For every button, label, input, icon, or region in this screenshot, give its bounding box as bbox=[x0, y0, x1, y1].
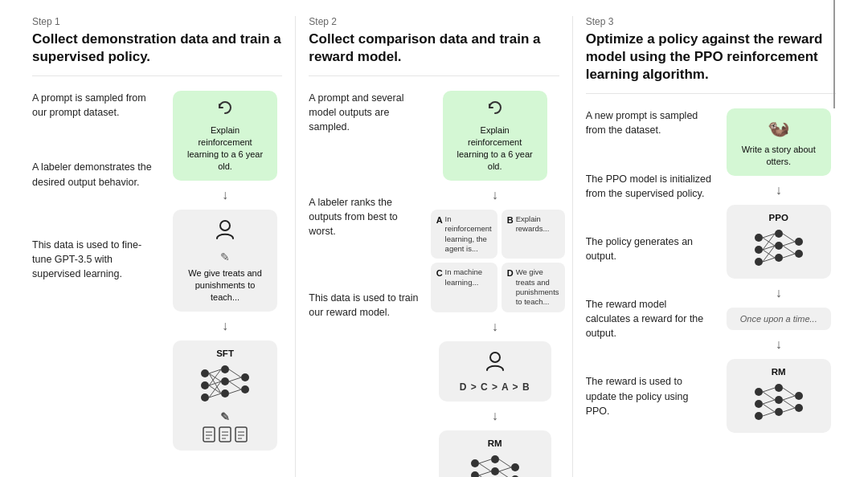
svg-line-68 bbox=[783, 246, 795, 254]
step-2-text-3: This data is used to train our reward mo… bbox=[309, 291, 420, 320]
step-3-prompt-box: 🦦 Write a story about otters. bbox=[727, 108, 831, 175]
step-3-text-4: The reward model calculates a reward for… bbox=[586, 297, 712, 340]
svg-point-4 bbox=[221, 365, 229, 373]
svg-point-34 bbox=[471, 459, 479, 467]
svg-point-33 bbox=[490, 353, 500, 362]
svg-line-85 bbox=[783, 400, 795, 408]
svg-point-6 bbox=[221, 389, 229, 398]
svg-line-78 bbox=[763, 388, 775, 392]
step-1-prompt-box: Explain reinforcement learning to a 6 ye… bbox=[173, 91, 277, 181]
step-2-title: Collect comparison data and train a rewa… bbox=[309, 31, 559, 76]
svg-point-37 bbox=[491, 455, 499, 463]
svg-point-35 bbox=[471, 471, 479, 477]
step-1-person-caption: We give treats and punishments to teach.… bbox=[182, 267, 268, 304]
arrow-3c: ↓ bbox=[771, 336, 787, 353]
step-1-prompt-text: Explain reinforcement learning to a 6 ye… bbox=[182, 124, 268, 172]
output-d: D We give treats and punishments to teac… bbox=[502, 263, 565, 312]
svg-point-56 bbox=[775, 254, 783, 262]
svg-line-49 bbox=[499, 471, 511, 477]
step-1-column: Step 1 Collect demonstration data and tr… bbox=[19, 16, 296, 477]
main-container: Step 1 Collect demonstration data and tr… bbox=[0, 0, 868, 477]
svg-line-48 bbox=[499, 467, 511, 471]
step-2-column: Step 2 Collect comparison data and train… bbox=[296, 16, 572, 477]
arrow-2c: ↓ bbox=[487, 408, 503, 424]
step-3-column: Step 3 Optimize a policy against the rew… bbox=[573, 16, 849, 477]
step-3-label: Step 3 bbox=[586, 16, 836, 27]
step-2-text-1: A prompt and several model outputs are s… bbox=[309, 91, 420, 134]
svg-point-0 bbox=[220, 221, 230, 230]
step-1-text-3: This data is used to fine-tune GPT-3.5 w… bbox=[32, 238, 158, 281]
arrow-1b: ↓ bbox=[217, 318, 233, 334]
svg-point-70 bbox=[755, 388, 763, 396]
arrow-2a: ↓ bbox=[487, 187, 503, 203]
arrow-3a: ↓ bbox=[771, 182, 787, 198]
svg-line-66 bbox=[783, 234, 795, 242]
rm-label-2: RM bbox=[448, 438, 542, 448]
svg-point-55 bbox=[775, 242, 783, 250]
step-2-diagram: Explain reinforcement learning to a 6 ye… bbox=[431, 91, 559, 477]
step-2-network-box: RM bbox=[439, 430, 551, 477]
step-2-label: Step 2 bbox=[309, 16, 559, 27]
edit-icon-1: ✎ bbox=[182, 250, 268, 265]
svg-line-82 bbox=[763, 412, 775, 416]
step-1-text-1: A prompt is sampled from our prompt data… bbox=[32, 91, 158, 120]
svg-line-79 bbox=[763, 392, 775, 400]
svg-point-54 bbox=[775, 230, 783, 238]
svg-line-84 bbox=[783, 396, 795, 400]
step-3-text-5: The reward is used to update the policy … bbox=[586, 374, 712, 418]
otter-icon: 🦦 bbox=[736, 116, 821, 141]
outputs-grid: A In reinforcement learning, the agent i… bbox=[431, 210, 559, 312]
step-3-content: A new prompt is sampled from the dataset… bbox=[586, 108, 836, 432]
step-2-prompt-box: Explain reinforcement learning to a 6 ye… bbox=[443, 91, 547, 181]
step-3-text-2: The PPO model is initialized from the su… bbox=[586, 172, 712, 201]
svg-point-2 bbox=[201, 381, 209, 389]
step-3-texts: A new prompt is sampled from the dataset… bbox=[586, 108, 712, 418]
output-b: B Explain rewards... bbox=[502, 210, 565, 259]
svg-line-67 bbox=[783, 242, 795, 246]
svg-line-80 bbox=[763, 400, 775, 404]
step-3-output-box: Once upon a time... bbox=[727, 308, 831, 330]
svg-rect-25 bbox=[219, 427, 231, 442]
step-2-content: A prompt and several model outputs are s… bbox=[309, 91, 559, 477]
step-3-rm-box: RM bbox=[727, 359, 831, 433]
step-2-prompt-text: Explain reinforcement learning to a 6 ye… bbox=[452, 124, 538, 172]
ppo-label: PPO bbox=[736, 213, 821, 222]
svg-line-86 bbox=[783, 408, 795, 412]
arrow-3b: ↓ bbox=[771, 285, 787, 301]
doc-icons bbox=[182, 426, 268, 442]
svg-line-81 bbox=[763, 404, 775, 412]
sft-label: SFT bbox=[182, 349, 268, 358]
person-icon-1 bbox=[182, 218, 268, 248]
svg-line-69 bbox=[783, 254, 795, 258]
svg-line-44 bbox=[479, 471, 491, 475]
cycle-icon-1 bbox=[182, 99, 268, 121]
svg-point-75 bbox=[775, 408, 783, 416]
step-2-texts: A prompt and several model outputs are s… bbox=[309, 91, 420, 320]
cycle-icon-2 bbox=[452, 99, 538, 121]
svg-point-3 bbox=[201, 393, 209, 402]
svg-line-83 bbox=[783, 388, 795, 396]
svg-line-20 bbox=[229, 389, 241, 393]
step-3-diagram: 🦦 Write a story about otters. ↓ PPO bbox=[721, 108, 836, 432]
person-icon-2 bbox=[448, 349, 542, 380]
svg-line-42 bbox=[479, 459, 491, 463]
step-1-title: Collect demonstration data and train a s… bbox=[32, 31, 282, 76]
output-a: A In reinforcement learning, the agent i… bbox=[431, 210, 497, 259]
svg-point-76 bbox=[795, 392, 803, 400]
step-2-text-2: A labeler ranks the outputs from best to… bbox=[309, 195, 420, 238]
svg-point-8 bbox=[241, 385, 249, 393]
svg-line-43 bbox=[479, 463, 491, 471]
svg-point-1 bbox=[201, 369, 209, 377]
step-1-texts: A prompt is sampled from our prompt data… bbox=[32, 91, 158, 281]
output-c: C In machine learning... bbox=[431, 263, 497, 312]
arrow-2b: ↓ bbox=[487, 319, 503, 335]
svg-rect-21 bbox=[203, 427, 215, 442]
svg-point-52 bbox=[755, 246, 763, 254]
step-3-text-3: The policy generates an output. bbox=[586, 234, 712, 263]
svg-point-7 bbox=[241, 373, 249, 381]
svg-line-17 bbox=[229, 369, 241, 377]
step-3-prompt-text: Write a story about otters. bbox=[736, 144, 821, 168]
step-3-ppo-box: PPO bbox=[727, 205, 831, 279]
step-1-label: Step 1 bbox=[32, 16, 282, 27]
svg-point-71 bbox=[755, 400, 763, 408]
